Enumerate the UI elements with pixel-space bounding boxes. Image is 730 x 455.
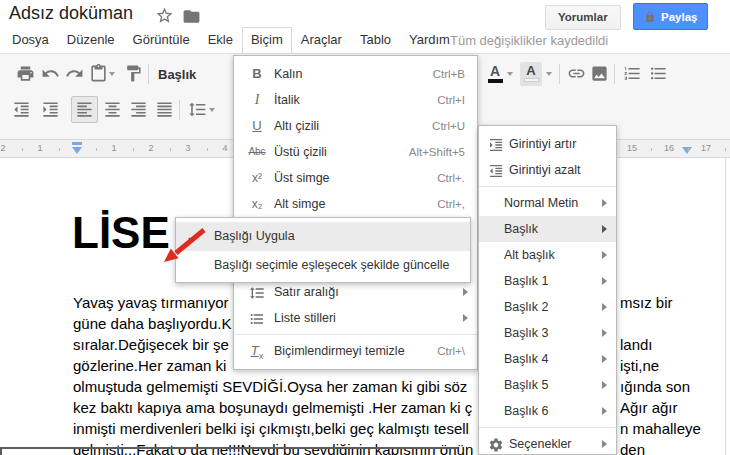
submenu-item-heading-5[interactable]: Başlık 5 (479, 372, 616, 398)
menu-item-bold[interactable]: B Kalın Ctrl+B (234, 61, 477, 87)
menu-duzenle[interactable]: Düzenle (58, 27, 124, 53)
menu-separator (234, 334, 477, 335)
document-text-line[interactable]: olmuştuda gelmemişti SEVDİĞİ.Oysa her za… (0, 378, 730, 399)
indent-increase-icon (485, 131, 507, 157)
highlight-color-icon[interactable]: A (520, 62, 542, 86)
menu-item-superscript[interactable]: x² Üst simge Ctrl+. (234, 165, 477, 191)
menu-ekle[interactable]: Ekle (199, 27, 242, 53)
ruler-number: 15 (627, 143, 637, 153)
submenu-arrow-icon (602, 277, 607, 285)
submenu-item-normal-text[interactable]: Normal Metin (479, 190, 616, 216)
check-icon (186, 228, 203, 245)
menu-bicim[interactable]: Biçim (242, 27, 292, 53)
star-icon[interactable] (155, 6, 174, 25)
bulleted-list-icon[interactable] (649, 64, 668, 83)
toolbar-separator (559, 64, 560, 84)
menu-bar: Dosya Düzenle Görüntüle Ekle Biçim Araçl… (0, 27, 730, 53)
align-right-icon[interactable] (129, 100, 148, 119)
menu-item-list-styles[interactable]: Liste stilleri (234, 305, 477, 331)
toolbar-separator (179, 100, 180, 120)
menu-tablo[interactable]: Tablo (351, 27, 400, 53)
underline-icon: U (246, 113, 268, 139)
paste-dropdown-caret[interactable] (109, 72, 115, 76)
submenu-item-title[interactable]: Başlık (479, 216, 616, 242)
redo-icon[interactable] (65, 64, 84, 83)
line-spacing-caret[interactable] (209, 108, 215, 112)
ruler-number: 16 (664, 143, 674, 153)
menu-dosya[interactable]: Dosya (3, 27, 58, 53)
ruler-number: 4 (222, 143, 227, 153)
ruler-tick (96, 148, 97, 151)
toolbar-separator (148, 64, 149, 84)
submenu-item-increase-indent[interactable]: Girintiyi artır (479, 131, 616, 157)
menu-item-clear-formatting[interactable]: Tx Biçimlendirmeyi temizle Ctrl+\ (234, 338, 477, 364)
menu-araclar[interactable]: Araçlar (292, 27, 351, 53)
italic-icon: I (246, 87, 268, 113)
submenu-item-heading-1[interactable]: Başlık 1 (479, 268, 616, 294)
save-status: Tüm değişiklikler kaydedildi (450, 33, 608, 48)
submenu-item-heading-6[interactable]: Başlık 6 (479, 398, 616, 424)
document-heading[interactable]: LİSE (72, 208, 170, 258)
insert-link-icon[interactable] (567, 64, 586, 83)
ruler-tick (725, 148, 726, 151)
undo-icon[interactable] (41, 64, 60, 83)
ruler-tick (207, 148, 208, 151)
submenu-item-heading-2[interactable]: Başlık 2 (479, 294, 616, 320)
submenu-item-subtitle[interactable]: Alt başlık (479, 242, 616, 268)
format-menu: B Kalın Ctrl+B I İtalik Ctrl+I U Altı çi… (233, 55, 478, 370)
insert-image-icon[interactable] (590, 64, 609, 83)
submenu-arrow-icon (602, 329, 607, 337)
ruler-tick (170, 148, 171, 151)
ruler-number: 17 (701, 143, 711, 153)
indent-increase-icon[interactable] (41, 100, 60, 119)
align-left-icon[interactable] (75, 100, 94, 119)
align-center-icon[interactable] (103, 100, 122, 119)
submenu-item-heading-3[interactable]: Başlık 3 (479, 320, 616, 346)
ruler-tick (22, 148, 23, 151)
submenu-item-heading-4[interactable]: Başlık 4 (479, 346, 616, 372)
indent-decrease-icon (485, 157, 507, 183)
menu-goruntule[interactable]: Görüntüle (124, 27, 199, 53)
title-bar: Adsız doküman Yorumlar Paylaş (0, 0, 730, 27)
bold-icon: B (246, 61, 268, 87)
menu-item-underline[interactable]: U Altı çizili Ctrl+U (234, 113, 477, 139)
document-text-line[interactable]: inmişti merdivenleri belki işi çıkmıştı,… (0, 420, 730, 441)
paste-icon[interactable] (89, 64, 108, 83)
menu-item-strikethrough[interactable]: Abc Üstü çizili Alt+Shift+5 (234, 139, 477, 165)
styles-dropdown[interactable]: Başlık (158, 67, 196, 82)
strikethrough-icon: Abc (246, 139, 268, 165)
submenu-arrow-icon (463, 314, 468, 322)
document-text-line[interactable]: kez baktı kapıya ama boşunaydı gelmemişt… (0, 399, 730, 420)
ruler-number: 2 (148, 143, 153, 153)
page-right-border (725, 158, 726, 455)
submenu-arrow-icon (602, 199, 607, 207)
share-button[interactable]: Paylaş (633, 3, 708, 30)
text-color-caret[interactable] (507, 72, 513, 76)
folder-icon[interactable] (182, 7, 201, 26)
line-spacing-icon[interactable] (188, 100, 207, 119)
document-title[interactable]: Adsız doküman (9, 3, 133, 24)
numbered-list-icon[interactable] (623, 64, 642, 83)
clear-formatting-icon: Tx (246, 338, 268, 364)
left-indent-marker[interactable] (72, 147, 82, 154)
menu-item-subscript[interactable]: x₂ Alt simge Ctrl+, (234, 191, 477, 217)
print-icon[interactable] (16, 64, 35, 83)
text-color-icon[interactable]: A (485, 64, 505, 86)
popup-item-update-title[interactable]: Başlığı seçimle eşleşecek şekilde güncel… (176, 251, 470, 280)
submenu-item-decrease-indent[interactable]: Girintiyi azalt (479, 157, 616, 183)
submenu-arrow-icon (602, 303, 607, 311)
menu-item-italic[interactable]: I İtalik Ctrl+I (234, 87, 477, 113)
submenu-arrow-icon (602, 440, 607, 448)
ruler-tick (651, 148, 652, 151)
justify-icon[interactable] (155, 100, 174, 119)
paint-format-icon[interactable] (124, 64, 143, 83)
subscript-icon: x₂ (246, 191, 268, 217)
popup-item-apply-title[interactable]: Başlığı Uygula (176, 222, 470, 251)
ruler-number: 1 (111, 143, 116, 153)
ruler-number: 1 (37, 143, 42, 153)
highlight-color-caret[interactable] (546, 72, 552, 76)
submenu-item-options[interactable]: Seçenekler (479, 431, 616, 455)
submenu-arrow-icon (602, 251, 607, 259)
first-line-indent-marker[interactable] (72, 142, 82, 145)
indent-decrease-icon[interactable] (12, 100, 31, 119)
